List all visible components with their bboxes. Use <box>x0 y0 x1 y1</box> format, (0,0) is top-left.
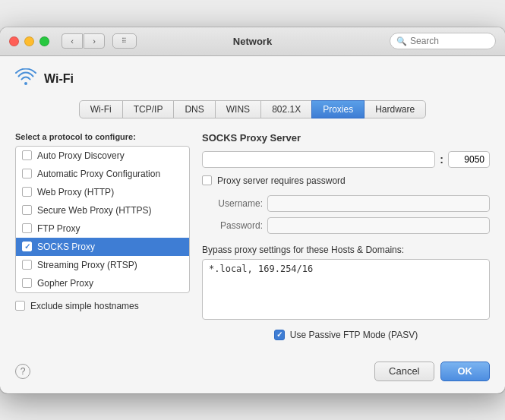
ok-button[interactable]: OK <box>440 362 491 381</box>
close-button[interactable] <box>9 36 19 46</box>
wifi-header: Wi-Fi <box>15 68 490 90</box>
bypass-section: Bypass proxy settings for these Hosts & … <box>202 245 490 322</box>
port-colon: : <box>440 153 443 166</box>
maximize-button[interactable] <box>39 36 49 46</box>
checkbox-passive-ftp[interactable] <box>274 330 285 340</box>
cancel-button[interactable]: Cancel <box>374 362 434 381</box>
protocol-item-web-proxy[interactable]: Web Proxy (HTTP) <box>16 183 189 201</box>
bottom-bar: ? Cancel OK <box>0 352 505 393</box>
password-req-row: Proxy server requires password <box>202 175 490 186</box>
passive-ftp-label: Use Passive FTP Mode (PASV) <box>290 330 418 340</box>
socks-panel: SOCKS Proxy Server : Proxy server requir… <box>202 132 490 340</box>
protocol-item-ftp-proxy[interactable]: FTP Proxy <box>16 219 189 238</box>
protocol-item-auto-proxy[interactable]: Auto Proxy Discovery <box>16 147 189 165</box>
checkbox-web-proxy[interactable] <box>22 187 32 197</box>
window-title: Network <box>233 36 272 47</box>
protocol-item-socks-proxy[interactable]: SOCKS Proxy <box>16 238 189 256</box>
checkbox-auto-proxy-config[interactable] <box>22 169 32 178</box>
protocol-item-gopher-proxy[interactable]: Gopher Proxy <box>16 274 189 292</box>
socks-panel-title: SOCKS Proxy Server <box>202 132 490 144</box>
tab-proxies[interactable]: Proxies <box>311 100 365 118</box>
protocol-label-gopher-proxy: Gopher Proxy <box>37 278 93 289</box>
tabs-bar: Wi-Fi TCP/IP DNS WINS 802.1X Proxies Har… <box>15 100 490 118</box>
protocol-section-label: Select a protocol to configure: <box>15 132 190 141</box>
grid-button[interactable]: ⠿ <box>112 33 137 49</box>
checkbox-password-req[interactable] <box>202 175 212 185</box>
username-row: Username: <box>202 195 490 212</box>
wifi-icon <box>15 68 36 90</box>
protocol-item-secure-web-proxy[interactable]: Secure Web Proxy (HTTPS) <box>16 201 189 219</box>
password-label: Password: <box>202 220 263 231</box>
main-body: Select a protocol to configure: Auto Pro… <box>15 132 490 340</box>
forward-button[interactable]: › <box>84 33 105 49</box>
protocol-item-streaming-proxy[interactable]: Streaming Proxy (RTSP) <box>16 256 189 274</box>
tab-wifi[interactable]: Wi-Fi <box>79 100 123 118</box>
password-input[interactable] <box>267 217 490 234</box>
back-button[interactable]: ‹ <box>62 33 83 49</box>
protocol-section: Select a protocol to configure: Auto Pro… <box>15 132 190 340</box>
titlebar: ‹ › ⠿ Network 🔍 <box>0 27 505 56</box>
search-icon: 🔍 <box>396 36 407 46</box>
checkbox-ftp-proxy[interactable] <box>22 223 32 233</box>
socks-server-input[interactable] <box>202 151 435 168</box>
search-box[interactable]: 🔍 <box>390 33 496 49</box>
exclude-hostnames-label: Exclude simple hostnames <box>30 301 139 311</box>
help-button[interactable]: ? <box>15 364 30 379</box>
tab-tcpip[interactable]: TCP/IP <box>122 100 175 118</box>
socks-port-input[interactable] <box>448 151 490 168</box>
username-input[interactable] <box>267 195 490 212</box>
checkbox-socks-proxy[interactable] <box>22 242 32 251</box>
bypass-label: Bypass proxy settings for these Hosts & … <box>202 245 490 255</box>
protocol-label-ftp-proxy: FTP Proxy <box>37 223 80 234</box>
protocol-list: Auto Proxy Discovery Automatic Proxy Con… <box>15 146 190 293</box>
tab-8021x[interactable]: 802.1X <box>260 100 312 118</box>
protocol-label-auto-proxy-config: Automatic Proxy Configuration <box>37 169 160 179</box>
protocol-item-auto-proxy-config[interactable]: Automatic Proxy Configuration <box>16 165 189 183</box>
protocol-label-socks-proxy: SOCKS Proxy <box>37 242 95 252</box>
wifi-label: Wi-Fi <box>44 72 74 86</box>
checkbox-gopher-proxy[interactable] <box>22 278 32 288</box>
nav-buttons: ‹ › <box>62 33 105 49</box>
exclude-hostnames-row: Exclude simple hostnames <box>15 301 190 311</box>
username-label: Username: <box>202 198 263 209</box>
traffic-lights <box>9 36 49 46</box>
content-area: Wi-Fi Wi-Fi TCP/IP DNS WINS 802.1X Proxi… <box>0 56 505 352</box>
checkbox-auto-proxy[interactable] <box>22 150 32 160</box>
tab-wins[interactable]: WINS <box>215 100 261 118</box>
bypass-textarea[interactable] <box>202 259 490 320</box>
checkbox-streaming-proxy[interactable] <box>22 260 32 270</box>
checkbox-exclude-hostnames[interactable] <box>15 301 25 311</box>
protocol-label-auto-proxy: Auto Proxy Discovery <box>37 150 125 161</box>
tab-dns[interactable]: DNS <box>173 100 215 118</box>
tab-hardware[interactable]: Hardware <box>364 100 426 118</box>
protocol-label-secure-web-proxy: Secure Web Proxy (HTTPS) <box>37 205 151 216</box>
protocol-label-streaming-proxy: Streaming Proxy (RTSP) <box>37 260 137 270</box>
socks-server-row: : <box>202 151 490 168</box>
minimize-button[interactable] <box>24 36 34 46</box>
protocol-label-web-proxy: Web Proxy (HTTP) <box>37 187 114 197</box>
passive-ftp-row: Use Passive FTP Mode (PASV) <box>202 330 490 340</box>
checkbox-secure-web-proxy[interactable] <box>22 205 32 215</box>
window: ‹ › ⠿ Network 🔍 Wi-Fi Wi-Fi <box>0 27 505 393</box>
password-req-label: Proxy server requires password <box>217 175 346 186</box>
search-input[interactable] <box>410 36 489 46</box>
password-row: Password: <box>202 217 490 234</box>
